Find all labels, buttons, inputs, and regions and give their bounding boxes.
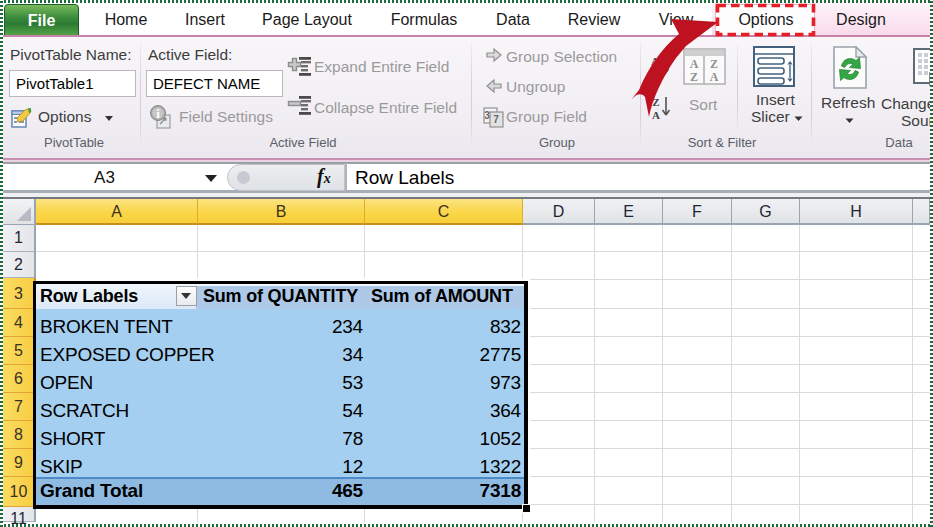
svg-text:3: 3 (484, 110, 490, 121)
svg-text:i: i (156, 106, 160, 121)
svg-text:7: 7 (493, 114, 499, 125)
